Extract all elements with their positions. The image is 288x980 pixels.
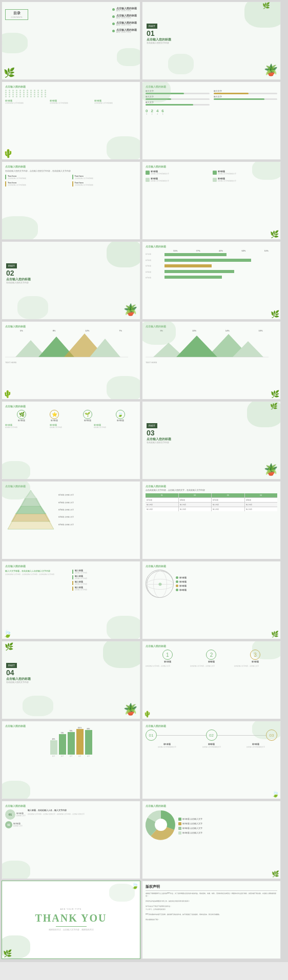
pct-label: 51% xyxy=(256,249,277,252)
item-text: 在此输入文字内容 xyxy=(75,589,137,591)
decor-blob xyxy=(142,81,171,102)
part-desc: 在此处输入您的文字内容 xyxy=(6,282,31,284)
num-item: 1 标1标题 xyxy=(162,650,173,663)
pyramid-labels: 标1标题 点击输入文字 标2标题 点击输入文字 标3标题 点击输入文字 标4标题… xyxy=(58,489,74,530)
item-box: 输入标题 在此输入文字内容 xyxy=(72,587,137,591)
part-number: 02 xyxy=(6,269,31,277)
light-sq-icon xyxy=(213,178,217,182)
part-label: PART xyxy=(147,24,157,29)
slide-19-barchart2[interactable]: 点击输入图的标题 40% 标1 73% 标2 79% xyxy=(2,721,140,799)
contents-title: 目录 xyxy=(8,11,25,16)
slide-21-circles[interactable]: 点击输入图的标题 01 标1标题在此输入文字 02 标2标题在此输入文字 xyxy=(2,801,140,879)
globe-item: 标1标题 xyxy=(176,576,277,579)
num-val: 0 xyxy=(146,109,148,113)
bar-col: 73% 标2 xyxy=(59,732,66,757)
content-area: 输入大文字标题，在此处输入人名的输入文字内容 点击此处输入文字内容，点击此处输入… xyxy=(5,570,137,591)
tl-title: 标1标题 xyxy=(146,743,189,746)
bar-label: 标3 xyxy=(70,755,72,757)
slide-9-mountain[interactable]: 点击输入图的标题 5% 8% 12% 7% TEXT HERE xyxy=(2,321,140,400)
text-box: Text here 点击此处输入文字内容描述 xyxy=(5,175,70,179)
leaf-icon: 🍃 xyxy=(272,790,279,798)
box-text: 点击此处输入文字内容描述 xyxy=(75,177,137,179)
slide-11-icons[interactable]: 点击输入图的标题 🌿 标1标题 ⭐ 标2标题 🌱 标3标题 xyxy=(2,401,140,479)
legend-label: 标3标题 点击输入文字 xyxy=(182,827,202,829)
plant-corner-icon: 🌿 xyxy=(3,949,12,957)
plant-icon: 🌿 xyxy=(4,67,15,78)
slide-10-mountain2[interactable]: 点击输入图的标题 9% 13% 14% 10% TEXT HERE 🌿 xyxy=(142,321,281,400)
pie-chart xyxy=(146,809,176,842)
slide-18-numbers[interactable]: 点击输入图的标题 1 标1标题 2 标2标题 3 标3标题 xyxy=(142,641,281,719)
text-here: TEXT HERE xyxy=(146,361,277,364)
slide-23-thankyou[interactable]: ADD YOUR TYPE THANK YOU 感谢您的关注，点击输入文字内容，… xyxy=(2,881,140,959)
light-sq-icon xyxy=(146,178,150,182)
right-labels: 标大文字 标大文字 xyxy=(214,90,278,107)
slide-6[interactable]: 点击输入图的标题 标1标题 在此输入文字内容描述文字 标2标题 xyxy=(142,161,281,240)
dot-grid: document.write(Array(48).fill('<div styl… xyxy=(5,90,137,97)
dot-icon xyxy=(112,23,115,25)
bar-segment xyxy=(164,259,251,262)
decor-blob xyxy=(107,241,140,267)
contents-subtitle: CONTENTS xyxy=(8,16,25,18)
slide-20-timeline[interactable]: 点击输入图的标题 01 02 03 xyxy=(142,721,281,799)
globe-items: 标1标题 标2标题 标3标题 标4标题 xyxy=(176,576,277,591)
slide-12-part03[interactable]: PART 03 点击输入您的标题 在此处输入您的文字内容 🪴 🌿 xyxy=(142,401,281,479)
slide-8-barchart[interactable]: 点击输入图的标题 55% 77% 42% 62% 51% 标1标题 标2标题 标… xyxy=(142,241,281,320)
slide-1-contents[interactable]: 🌿 目录 CONTENTS 点击输入图的标题 ADD YOUR TITLE xyxy=(2,2,140,80)
slide-24-copyright[interactable]: 版权声明 感谢您下载网图网平台上提供的PPT作品，为了您和网图以及原创作者的利益… xyxy=(142,881,281,959)
slide-13-pyramid[interactable]: 点击输入图的标题 xyxy=(2,481,140,559)
decor-blob xyxy=(252,161,281,180)
table-cell: 标1标题 xyxy=(179,498,212,502)
table-cell: 输入内容 xyxy=(146,503,178,507)
legend-color xyxy=(178,818,181,821)
slide-15-textboxes[interactable]: 点击输入图的标题 输入大文字标题，在此处输入人名的输入文字内容 点击此处输入文字… xyxy=(2,561,140,639)
slide-22-piechart[interactable]: 点击输入图的标题 xyxy=(142,801,281,879)
num-val: 2 xyxy=(151,109,153,113)
plant-pot-icon: 🪴 xyxy=(264,64,278,77)
num-label: 标2标题 xyxy=(206,661,216,663)
slide-5[interactable]: 点击输入图的标题 在此处输入您的文字内容，点击输入您的文字内容，在此处输入文字内… xyxy=(2,161,140,240)
num-item: 00 xyxy=(146,109,148,115)
slide-title: 点击输入图的标题 xyxy=(5,565,137,568)
num-val: 6 xyxy=(161,109,163,113)
slide-17-part04[interactable]: PART 04 点击输入您的标题 在此处输入您的文字内容 🪴 🌿 xyxy=(2,641,140,719)
leaf-icon: 🌿 xyxy=(5,642,13,651)
green-sq-icon xyxy=(146,171,150,175)
pie-area: 标1标题 点击输入文字 标2标题 点击输入文字 标3标题 点击输入文字 xyxy=(146,809,277,842)
pyr-label: 标5标题 点击输入文字 xyxy=(58,524,74,526)
decor-blob xyxy=(252,641,281,659)
slide-row-3: 点击输入图的标题 在此处输入您的文字内容，点击输入您的文字内容，在此处输入文字内… xyxy=(2,161,286,240)
bar-label: 标5 xyxy=(87,755,90,757)
plant-icon: 🌿 xyxy=(271,390,279,398)
num-circle: 2 xyxy=(206,650,216,660)
legend-color-mid xyxy=(178,827,181,830)
pct: 12% xyxy=(85,329,89,332)
slide-3[interactable]: 点击输入图的标题 document.write(Array(48).fill('… xyxy=(2,81,140,160)
num-row: 00 22 44 66 xyxy=(146,109,277,115)
label-grid: 标1标题 在此输入文字内容 标2标题 在此输入文字内容 标3标题 在此输入文字内… xyxy=(5,424,137,428)
slide-4[interactable]: 点击输入图的标题 标大文字 标大文字 标大文字 标大文字 标大文字 xyxy=(142,81,281,160)
thank-you-text: THANK YOU xyxy=(35,912,107,924)
slide-14-table[interactable]: 点击输入图的标题 点击此处输入文字内容，点击输入您的文字，在此处输入文字内容 0… xyxy=(142,481,281,559)
text-box: Text here 点击此处输入文字内容描述 xyxy=(72,181,137,186)
legend-item: 标4标题 点击输入文字 xyxy=(178,831,277,835)
slide-title: 点击输入图的标题 xyxy=(5,804,137,807)
tl-title: 标3标题 xyxy=(234,743,277,746)
progress-fill-gold xyxy=(214,93,249,94)
right-text: 输入标题，在此处输入人名，输入文字内容 在此处输入文字内容，点击输入您的文字，在… xyxy=(28,809,137,816)
circle-icon: 🍃 xyxy=(116,410,125,419)
icon-item: ⭐ 标2标题 xyxy=(50,410,59,422)
pyr-label: 标1标题 点击输入文字 xyxy=(58,494,74,496)
slide-title: 点击输入图的标题 xyxy=(5,325,137,328)
slide-16-globe[interactable]: 点击输入图的标题 xyxy=(142,561,281,639)
desc-text: 在此处输入文字内容，点击输入文字 xyxy=(234,665,277,667)
item-title: 标4标题 xyxy=(179,589,187,591)
pct: 7% xyxy=(119,329,122,332)
globe-item: 标2标题 xyxy=(176,580,277,583)
legend-item: 标3标题 点击输入文字 xyxy=(178,827,277,830)
y-label: 标5标题 xyxy=(146,277,163,279)
num-item: 66 xyxy=(161,109,163,115)
slide-2-part01[interactable]: PART 01 点击输入您的标题 在此处输入您的文字内容 🪴 🌿 xyxy=(142,2,281,80)
slide-7-part02[interactable]: PART 02 点击输入您的标题 在此处输入您的文字内容 🪴 xyxy=(2,241,140,320)
bar-segment-gold xyxy=(164,264,212,267)
slide-row-1: 🌿 目录 CONTENTS 点击输入图的标题 ADD YOUR TITLE xyxy=(2,2,286,80)
